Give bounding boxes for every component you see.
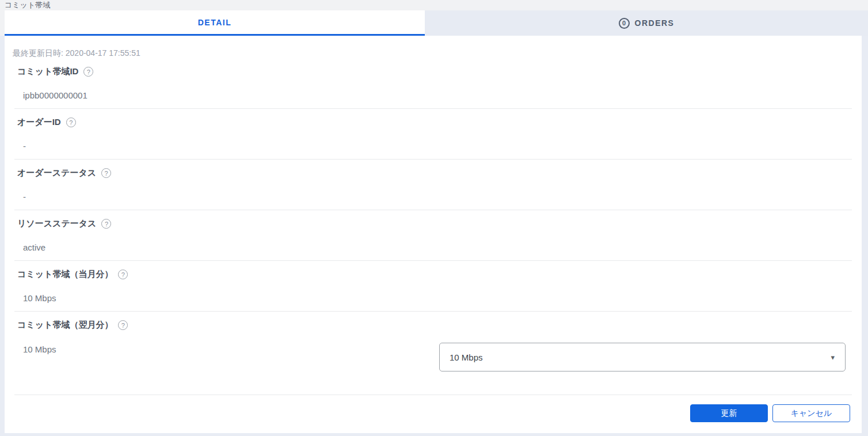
last-updated-text: 最終更新日時: 2020-04-17 17:55:51 — [13, 48, 862, 58]
update-button[interactable]: 更新 — [690, 404, 768, 422]
field-value: 10 Mbps — [23, 344, 56, 356]
detail-panel: 最終更新日時: 2020-04-17 17:55:51 コミット帯域ID ? i… — [5, 36, 862, 433]
chevron-down-icon: ▾ — [831, 353, 835, 362]
help-icon[interactable]: ? — [83, 67, 93, 77]
field-value: - — [23, 192, 862, 203]
field-label: コミット帯域（翌月分） — [17, 320, 113, 331]
field-label: リソースステータス — [17, 218, 96, 229]
tab-orders-label: ORDERS — [635, 18, 675, 28]
action-button-row: 更新 キャンセル — [5, 404, 862, 422]
bandwidth-select[interactable]: 10 Mbps ▾ — [439, 343, 846, 371]
tab-detail[interactable]: DETAIL — [5, 10, 425, 36]
tab-detail-label: DETAIL — [198, 18, 232, 27]
help-icon[interactable]: ? — [101, 219, 111, 229]
page-title: コミット帯域 — [0, 0, 868, 10]
help-icon[interactable]: ? — [66, 117, 76, 127]
field-label: コミット帯域ID — [17, 66, 78, 77]
field-label: オーダーID — [17, 117, 61, 128]
help-icon[interactable]: ? — [101, 168, 111, 178]
help-icon[interactable]: ? — [118, 320, 128, 330]
field-value: ipbb0000000001 — [23, 90, 862, 102]
field-label: コミット帯域（当月分） — [17, 269, 113, 280]
field-commit-bandwidth-next-month: コミット帯域（翌月分） ? 10 Mbps 10 Mbps ▾ — [5, 312, 862, 371]
field-order-status: オーダーステータス ? - — [5, 160, 862, 210]
field-value: - — [23, 141, 862, 153]
field-order-id: オーダーID ? - — [5, 109, 862, 160]
field-value: 10 Mbps — [23, 293, 862, 305]
divider — [14, 395, 852, 395]
bandwidth-select-value: 10 Mbps — [450, 352, 483, 362]
cancel-button[interactable]: キャンセル — [772, 404, 850, 422]
help-icon[interactable]: ? — [118, 270, 128, 279]
orders-count-badge: 0 — [619, 18, 630, 29]
field-commit-bandwidth-current-month: コミット帯域（当月分） ? 10 Mbps — [5, 261, 862, 312]
field-commit-bandwidth-id: コミット帯域ID ? ipbb0000000001 — [5, 58, 862, 109]
field-label: オーダーステータス — [17, 168, 96, 179]
field-value: active — [23, 242, 862, 254]
field-resource-status: リソースステータス ? active — [5, 210, 862, 261]
tab-orders[interactable]: 0 ORDERS — [425, 10, 868, 36]
tab-bar: DETAIL 0 ORDERS — [0, 10, 868, 36]
